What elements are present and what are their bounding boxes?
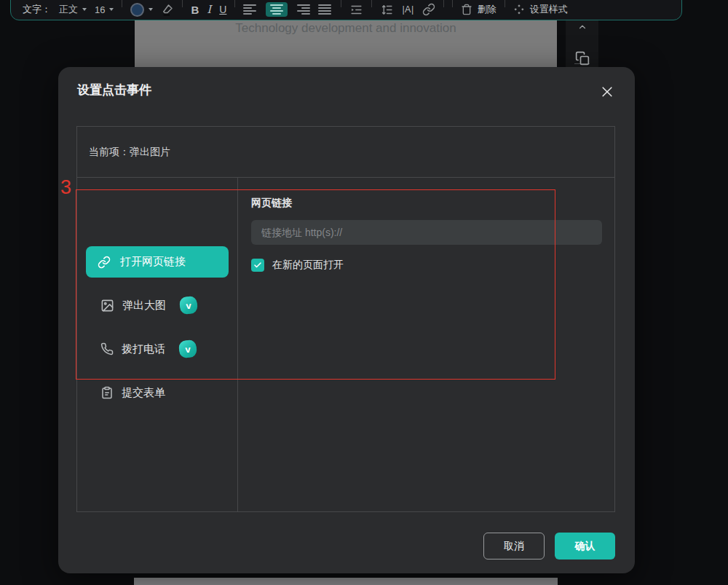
event-config-panel: 当前项：弹出图片 打开网页链接 弹出大图 v 拨打电话 v 提交表单 xyxy=(76,126,615,512)
menu-item-label: 弹出大图 xyxy=(122,299,166,313)
menu-item-label: 提交表单 xyxy=(122,386,165,400)
menu-item-popup-image[interactable]: 弹出大图 v xyxy=(100,297,197,314)
chevron-down-icon xyxy=(149,8,153,11)
align-center-icon xyxy=(269,4,284,15)
close-icon[interactable] xyxy=(600,85,614,99)
text-format-toolbar: 文字： 正文 16 B I U |A| 删除 xyxy=(10,0,682,20)
background-page-title: Technology development and innovation xyxy=(135,21,557,36)
menu-item-label: 拨打电话 xyxy=(122,342,165,356)
align-left-button[interactable] xyxy=(243,2,258,17)
letter-spacing-button[interactable]: |A| xyxy=(402,2,414,17)
set-style-button[interactable]: 设置样式 xyxy=(513,2,568,17)
event-type-menu: 打开网页链接 弹出大图 v 拨打电话 v 提交表单 xyxy=(77,178,238,511)
link-address-input[interactable] xyxy=(251,220,602,245)
italic-button[interactable]: I xyxy=(207,2,211,17)
link-icon xyxy=(98,256,111,269)
background-canvas-page: Technology development and innovation xyxy=(135,20,557,67)
font-color-button[interactable] xyxy=(130,2,153,17)
background-side-panel xyxy=(566,20,598,67)
style-diamonds-icon xyxy=(513,4,525,15)
divider xyxy=(122,0,122,7)
align-justify-icon xyxy=(318,4,333,15)
highlight-color-button[interactable] xyxy=(161,2,174,17)
web-link-config-area: 网页链接 在新的页面打开 xyxy=(239,178,614,511)
vip-badge-icon: v xyxy=(178,339,197,358)
underline-button[interactable]: U xyxy=(219,2,226,17)
menu-item-phone-call[interactable]: 拨打电话 v xyxy=(100,340,197,358)
delete-button[interactable]: 删除 xyxy=(461,2,496,17)
chevron-down-icon xyxy=(109,8,114,11)
current-item-label: 当前项：弹出图片 xyxy=(77,127,614,178)
divider xyxy=(234,0,235,7)
collapse-up-icon xyxy=(566,22,598,32)
image-icon xyxy=(100,299,114,313)
align-justify-button[interactable] xyxy=(318,2,333,17)
web-link-section-label: 网页链接 xyxy=(251,197,292,210)
trash-icon xyxy=(461,4,472,15)
cancel-button[interactable]: 取消 xyxy=(483,533,545,560)
align-right-icon xyxy=(296,4,310,15)
align-center-button[interactable] xyxy=(266,2,288,17)
set-click-event-dialog: 设置点击事件 当前项：弹出图片 打开网页链接 弹出大图 v 拨打电话 v 提交 xyxy=(58,67,635,573)
menu-item-label: 打开网页链接 xyxy=(120,255,186,269)
menu-item-submit-form[interactable]: 提交表单 xyxy=(100,384,165,401)
vip-badge-icon: v xyxy=(179,296,198,315)
clipboard-icon xyxy=(100,386,114,399)
checkbox-checked-icon[interactable] xyxy=(251,259,264,272)
background-page-bottom xyxy=(134,578,558,585)
divider xyxy=(182,0,183,7)
text-label: 文字： xyxy=(23,2,51,17)
line-height-button[interactable] xyxy=(380,2,394,17)
divider xyxy=(371,0,372,7)
align-right-button[interactable] xyxy=(296,2,310,17)
bold-button[interactable]: B xyxy=(191,2,199,17)
font-size-dropdown[interactable]: 16 xyxy=(95,2,114,17)
phone-icon xyxy=(100,342,114,356)
indent-button[interactable] xyxy=(349,2,363,17)
dialog-title: 设置点击事件 xyxy=(77,82,151,98)
font-color-swatch-icon xyxy=(130,3,144,17)
confirm-button[interactable]: 确认 xyxy=(555,533,615,560)
divider xyxy=(443,0,444,7)
copy-icon xyxy=(566,51,598,66)
menu-item-open-web-link[interactable]: 打开网页链接 xyxy=(86,246,229,278)
divider xyxy=(505,0,505,7)
divider xyxy=(452,0,453,7)
checkbox-label: 在新的页面打开 xyxy=(272,259,344,272)
divider xyxy=(341,0,341,7)
chevron-down-icon xyxy=(82,8,87,11)
insert-link-button[interactable] xyxy=(422,2,435,17)
paragraph-style-dropdown[interactable]: 正文 xyxy=(59,2,87,17)
align-left-icon xyxy=(243,4,258,15)
open-in-new-page-option[interactable]: 在新的页面打开 xyxy=(251,259,344,272)
